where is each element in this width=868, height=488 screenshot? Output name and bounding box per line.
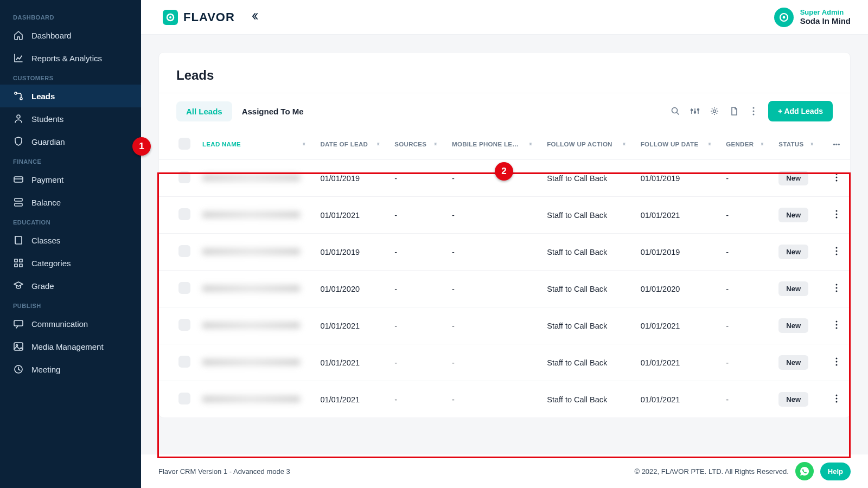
svg-point-27	[836, 177, 838, 178]
row-checkbox[interactable]	[178, 245, 190, 257]
cell-action: Staff to Call Back	[541, 234, 635, 271]
svg-rect-9	[20, 264, 22, 267]
sidebar-item-leads[interactable]: Leads	[0, 85, 141, 107]
column-lead-name[interactable]: LEAD NAME▲▼	[197, 129, 315, 160]
row-menu-button[interactable]	[835, 359, 838, 368]
column-mobile-phone-le-[interactable]: MOBILE PHONE LE…▲▼	[446, 129, 541, 160]
sidebar-item-label: Students	[31, 114, 63, 124]
sidebar-item-media-management[interactable]: Media Management	[0, 335, 141, 358]
svg-point-43	[836, 364, 838, 366]
row-menu-button[interactable]	[835, 396, 838, 404]
avatar[interactable]	[774, 8, 794, 27]
svg-point-23	[752, 107, 754, 109]
sidebar: DASHBOARDDashboardReports & AnalyticsCUS…	[0, 0, 141, 488]
help-button[interactable]: Help	[820, 463, 851, 480]
sidebar-item-dashboard[interactable]: Dashboard	[0, 24, 141, 47]
sidebar-item-categories[interactable]: Categories	[0, 252, 141, 274]
row-checkbox[interactable]	[178, 393, 190, 404]
sidebar-item-label: Meeting	[31, 365, 60, 374]
sidebar-item-balance[interactable]: Balance	[0, 191, 141, 214]
svg-point-41	[836, 358, 838, 359]
status-badge: New	[778, 171, 808, 185]
more-icon[interactable]	[749, 106, 758, 116]
whatsapp-button[interactable]	[795, 462, 814, 480]
status-badge: New	[778, 318, 808, 333]
leads-card: Leads All Leads Assigned To Me + Add Lea…	[158, 52, 851, 418]
sidebar-section-title: DASHBOARD	[0, 9, 141, 24]
sidebar-item-students[interactable]: Students	[0, 107, 141, 130]
column-follow-up-date[interactable]: FOLLOW UP DATE▲▼	[635, 129, 720, 160]
cell-action: Staff to Call Back	[541, 381, 635, 418]
search-icon[interactable]	[671, 106, 680, 116]
table-row[interactable]: 01/01/2019--Staff to Call Back01/01/2019…	[159, 234, 850, 271]
row-checkbox[interactable]	[178, 171, 190, 183]
user-icon	[13, 113, 24, 124]
table-row[interactable]: 01/01/2021--Staff to Call Back01/01/2021…	[159, 197, 850, 234]
cell-fdate: 01/01/2019	[635, 160, 720, 197]
svg-point-22	[713, 110, 716, 113]
svg-rect-6	[15, 259, 17, 262]
row-menu-button[interactable]	[835, 322, 838, 331]
svg-point-2	[17, 115, 20, 118]
sidebar-section-title: EDUCATION	[0, 214, 141, 229]
lead-name-redacted	[202, 322, 300, 329]
cell-fdate: 01/01/2021	[635, 197, 720, 234]
sidebar-item-label: Reports & Analytics	[31, 54, 102, 63]
filter-icon[interactable]	[690, 106, 700, 116]
row-menu-button[interactable]	[835, 175, 838, 183]
sidebar-item-label: Leads	[31, 92, 55, 101]
row-menu-button[interactable]	[835, 285, 838, 294]
column-status[interactable]: STATUS▲▼	[773, 129, 823, 160]
cell-date: 01/01/2020	[315, 271, 389, 307]
column-follow-up-action[interactable]: FOLLOW UP ACTION▲▼	[541, 129, 635, 160]
row-checkbox[interactable]	[178, 356, 190, 368]
tab-assigned-to-me[interactable]: Assigned To Me	[232, 101, 314, 121]
add-leads-button[interactable]: + Add Leads	[768, 101, 833, 121]
svg-point-39	[836, 324, 838, 326]
row-checkbox[interactable]	[178, 319, 190, 331]
sidebar-item-communication[interactable]: Communication	[0, 312, 141, 335]
cell-date: 01/01/2019	[315, 234, 389, 271]
svg-point-12	[16, 345, 18, 346]
row-menu-button[interactable]	[835, 248, 838, 257]
column-gender[interactable]: GENDER▲▼	[720, 129, 773, 160]
sidebar-item-meeting[interactable]: Meeting	[0, 358, 141, 381]
svg-point-46	[836, 401, 838, 403]
user-name: Soda In Mind	[800, 16, 851, 26]
svg-point-29	[836, 210, 838, 212]
sidebar-item-classes[interactable]: Classes	[0, 229, 141, 252]
svg-point-32	[836, 247, 838, 249]
sidebar-item-guardian[interactable]: Guardian	[0, 130, 141, 153]
sidebar-item-grade[interactable]: Grade	[0, 274, 141, 297]
column-date-of-lead[interactable]: DATE OF LEAD▲▼	[315, 129, 389, 160]
collapse-sidebar-button[interactable]	[251, 11, 261, 23]
column-sources[interactable]: SOURCES▲▼	[389, 129, 446, 160]
select-all-checkbox[interactable]	[178, 138, 190, 150]
sidebar-item-payment[interactable]: Payment	[0, 168, 141, 191]
tab-all-leads[interactable]: All Leads	[176, 101, 232, 121]
logo-mark-icon	[163, 10, 178, 25]
gear-icon[interactable]	[710, 106, 719, 116]
svg-point-44	[836, 395, 838, 396]
table-row[interactable]: 01/01/2020--Staff to Call Back01/01/2020…	[159, 271, 850, 307]
cell-sources: -	[389, 234, 446, 271]
table-row[interactable]: 01/01/2021--Staff to Call Back01/01/2021…	[159, 307, 850, 344]
cell-gender: -	[720, 307, 773, 344]
svg-rect-11	[14, 343, 23, 350]
sidebar-item-reports-analytics[interactable]: Reports & Analytics	[0, 47, 141, 69]
sidebar-item-label: Communication	[31, 319, 88, 329]
svg-point-19	[691, 110, 692, 111]
svg-rect-8	[15, 264, 17, 267]
table-row[interactable]: 01/01/2021--Staff to Call Back01/01/2021…	[159, 344, 850, 381]
row-menu-button[interactable]	[835, 211, 838, 220]
export-icon[interactable]	[729, 106, 739, 116]
cell-fdate: 01/01/2021	[635, 381, 720, 418]
table-row[interactable]: 01/01/2021--Staff to Call Back01/01/2021…	[159, 381, 850, 418]
sidebar-section-title: PUBLISH	[0, 297, 141, 312]
row-checkbox[interactable]	[178, 282, 190, 294]
svg-point-36	[836, 287, 838, 289]
row-checkbox[interactable]	[178, 208, 190, 220]
cell-action: Staff to Call Back	[541, 197, 635, 234]
svg-rect-7	[20, 259, 22, 262]
svg-point-40	[836, 328, 838, 329]
